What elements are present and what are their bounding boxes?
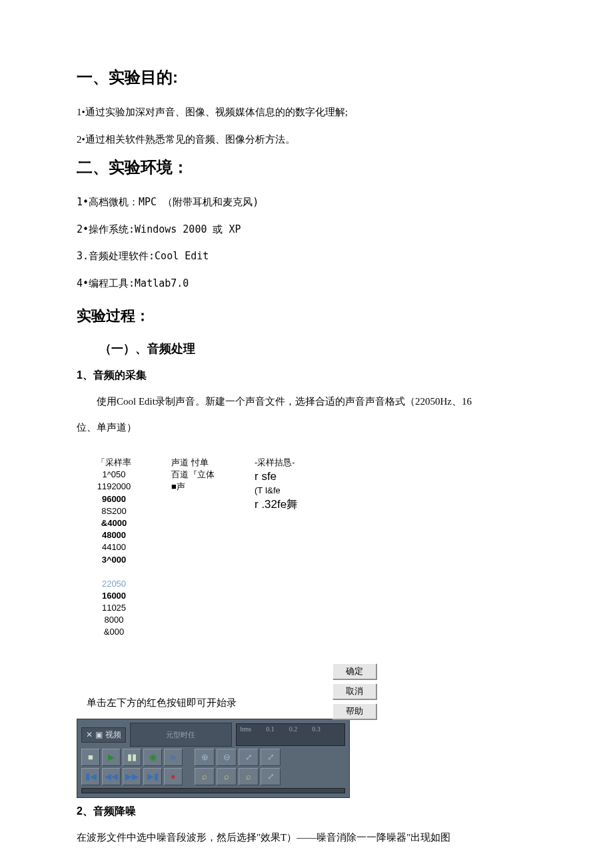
heading-purpose: 一、实验目的: <box>77 67 536 88</box>
magnifier-icon: ⌕ <box>224 771 229 782</box>
heading-environment: 二、实验环境： <box>77 157 536 178</box>
transport-toolbar: ✕ ▣ 视频 元型时任 hms 0.1 0.2 0.3 ■ ▶ ▮▮ ◉ ∞ ▮… <box>77 719 350 798</box>
heading-noise-reduction: 2、音频降噪 <box>77 805 536 819</box>
sample-rate-option[interactable]: 1192000 <box>97 481 131 493</box>
stop-icon: ■ <box>88 752 93 763</box>
record-button[interactable]: ● <box>164 768 183 785</box>
loop-button[interactable]: ∞ <box>164 749 183 766</box>
play-cycle-button[interactable]: ◉ <box>143 749 162 766</box>
go-end-button[interactable]: ▶▮ <box>143 768 162 785</box>
zoom-sel-right-icon: ⤢ <box>267 752 275 763</box>
record-icon: ● <box>171 771 176 782</box>
last-icon: ▶▮ <box>147 771 159 782</box>
zoom-sel-left-button[interactable]: ⤢ <box>261 768 281 785</box>
ruler-tick: 0.3 <box>312 725 320 733</box>
env-item-4: 4•编程工具:Matlab7.0 <box>77 274 536 293</box>
click-record-text: 单击左下方的红色按钮即可开始录 <box>77 693 536 713</box>
heading-audio-processing: （一）、音频处理 <box>99 341 536 357</box>
capture-text-2: 位、单声道） <box>77 418 536 437</box>
video-tab-label: 视频 <box>105 729 121 741</box>
zoom-sel-left-icon: ⤢ <box>267 771 275 782</box>
heading-process: 实验过程： <box>77 306 536 326</box>
rewind-button[interactable]: ◀◀ <box>102 768 121 785</box>
sample-rate-option[interactable]: 96000 <box>102 493 126 505</box>
channels-label: 声道 忖单 <box>171 457 209 469</box>
stop-button[interactable]: ■ <box>81 749 100 766</box>
help-button[interactable]: 帮助 <box>332 703 376 719</box>
sample-rate-option[interactable]: 44100 <box>102 541 126 553</box>
env-item-2: 2•操作系统:Windows 2000 或 XP <box>77 220 536 239</box>
channels-stereo[interactable]: 百道『立体 <box>171 469 215 481</box>
zoom-out-icon: ⊖ <box>223 752 231 763</box>
sample-rate-option[interactable]: &4000 <box>101 517 127 529</box>
resolution-16bit[interactable]: (T I&fe <box>255 485 281 497</box>
env-item-1: 1•高档微机：MPC （附带耳机和麦克风) <box>77 193 536 212</box>
sample-rate-option[interactable]: 16000 <box>102 590 126 602</box>
sample-rate-option[interactable]: &000 <box>104 626 124 638</box>
play-button[interactable]: ▶ <box>102 749 121 766</box>
magnifier-icon: ⌕ <box>246 771 251 782</box>
sample-rate-selected[interactable]: 22050 <box>102 578 126 590</box>
channels-mono[interactable]: ■声 <box>171 481 185 493</box>
first-icon: ▮◀ <box>85 771 97 782</box>
zoom-out-button[interactable]: ⊖ <box>217 749 237 766</box>
toolbar-strip <box>81 788 345 793</box>
go-start-button[interactable]: ▮◀ <box>81 768 100 785</box>
toolbar-segment: 元型时任 <box>130 723 232 747</box>
cycle-icon: ◉ <box>149 752 157 763</box>
sample-rate-option[interactable]: 1^050 <box>102 469 125 481</box>
zoom-tool-3-button[interactable]: ⌕ <box>239 768 259 785</box>
fast-forward-button[interactable]: ▶▶ <box>123 768 141 785</box>
time-ruler[interactable]: hms 0.1 0.2 0.3 <box>236 723 346 746</box>
heading-audio-capture: 1、音频的采集 <box>77 369 536 383</box>
resolution-label: -采样拮恳- <box>255 457 295 469</box>
ok-button[interactable]: 确定 <box>332 663 376 679</box>
pause-button[interactable]: ▮▮ <box>123 749 141 766</box>
pause-icon: ▮▮ <box>127 752 137 763</box>
sample-rate-option[interactable]: 8S200 <box>101 505 127 517</box>
zoom-full-button[interactable]: ⤢ <box>239 749 259 766</box>
zoom-in-button[interactable]: ⊕ <box>195 749 215 766</box>
new-waveform-dialog: 「采样率 1^050 1192000 96000 8S200 &4000 480… <box>77 457 536 639</box>
sample-rate-option[interactable]: 3^000 <box>102 554 127 566</box>
sample-rate-option[interactable]: 48000 <box>102 529 126 541</box>
video-tab[interactable]: ✕ ▣ 视频 <box>81 727 126 743</box>
box-icon: ▣ <box>95 730 103 739</box>
play-icon: ▶ <box>108 752 115 763</box>
zoom-sel-right-button[interactable]: ⤢ <box>261 749 281 766</box>
purpose-item-2: 2•通过相关软件熟悉常见的音频、图像分析方法。 <box>77 130 536 149</box>
zoom-full-icon: ⤢ <box>245 752 253 763</box>
loop-icon: ∞ <box>170 752 176 763</box>
sample-rate-option[interactable]: 8000 <box>105 614 124 626</box>
ruler-tick: 0.2 <box>289 725 298 733</box>
sample-rate-label: 「采样率 <box>97 457 131 469</box>
ruler-hms: hms <box>241 725 252 733</box>
rewind-icon: ◀◀ <box>105 771 118 782</box>
noise-text-1: 在波形文件中选中噪音段波形，然后选择"效果T）――噪音消除一一降噪器"出现如图 <box>77 828 536 847</box>
sample-rate-option[interactable]: 11025 <box>102 602 126 614</box>
cancel-button[interactable]: 取消 <box>332 683 376 699</box>
ruler-tick: 0.1 <box>266 725 275 733</box>
capture-text-1: 使用Cool Edit录制声音。新建一个声音文件，选择合适的声音声音格式（220… <box>77 392 536 411</box>
magnifier-icon: ⌕ <box>202 771 207 782</box>
env-item-3: 3.音频处理软件:Cool Edit <box>77 247 536 266</box>
resolution-32bit[interactable]: r .32fe舞 <box>255 497 298 513</box>
close-icon[interactable]: ✕ <box>86 730 93 739</box>
fast-forward-icon: ▶▶ <box>125 771 139 782</box>
zoom-tool-1-button[interactable]: ⌕ <box>195 768 215 785</box>
resolution-8bit[interactable]: r sfe <box>255 469 277 485</box>
zoom-tool-2-button[interactable]: ⌕ <box>217 768 237 785</box>
toolbar-segment-label: 元型时任 <box>166 730 195 740</box>
purpose-item-1: 1•通过实验加深对声音、图像、视频媒体信息的的数字化理解; <box>77 103 536 122</box>
zoom-in-icon: ⊕ <box>201 752 209 763</box>
